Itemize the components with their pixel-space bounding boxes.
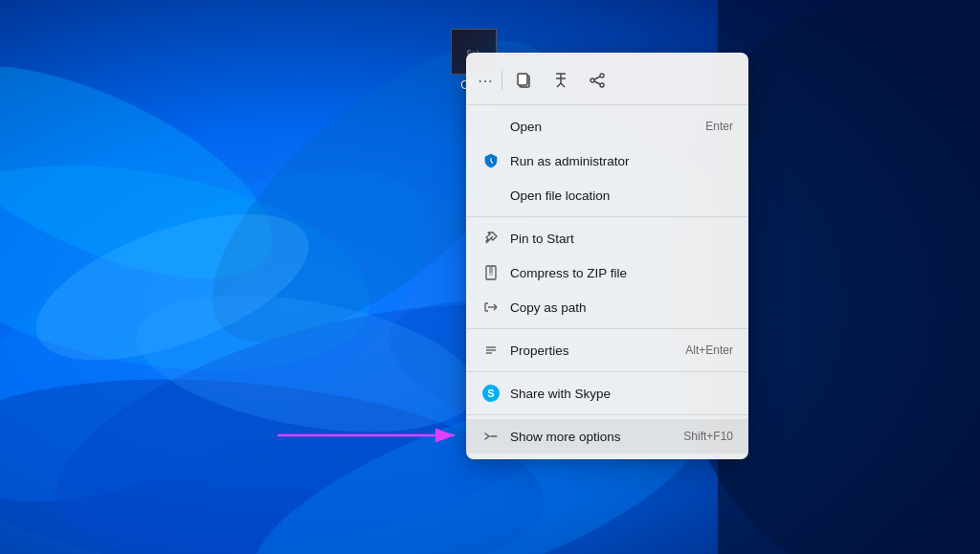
menu-item-pin-to-start-label: Pin to Start: [510, 232, 733, 246]
menu-item-open-file-location[interactable]: Open file location: [466, 178, 748, 212]
svg-line-26: [491, 236, 493, 238]
properties-icon: [481, 341, 501, 360]
more-options-icon: [481, 427, 501, 446]
menu-item-open-file-location-label: Open file location: [510, 188, 733, 203]
menu-item-show-more-options-label: Show more options: [510, 430, 676, 444]
svg-line-43: [485, 436, 489, 439]
context-menu-toolbar: ⋯: [466, 58, 748, 105]
menu-item-properties-label: Properties: [510, 343, 678, 358]
zip-icon: [481, 263, 501, 282]
share-icon: [589, 72, 606, 89]
svg-point-22: [600, 83, 604, 87]
svg-rect-14: [518, 74, 527, 85]
menu-item-share-skype[interactable]: S Share with Skype: [466, 376, 748, 410]
svg-line-23: [594, 77, 600, 79]
menu-item-share-skype-label: Share with Skype: [510, 387, 733, 401]
svg-rect-32: [489, 273, 493, 276]
svg-line-42: [485, 433, 489, 436]
separator-4: [466, 414, 748, 415]
copy-icon: [516, 72, 533, 89]
menu-item-run-as-admin[interactable]: Run as administrator: [466, 144, 748, 178]
menu-item-open-label: Open: [510, 120, 698, 134]
arrow-pointer: [268, 411, 479, 459]
pin-icon: [481, 229, 501, 248]
copy-icon-btn[interactable]: [508, 64, 541, 97]
svg-line-18: [557, 83, 561, 87]
shield-icon: [481, 151, 501, 170]
menu-item-admin-label: Run as administrator: [510, 154, 733, 168]
skype-icon: S: [481, 384, 501, 403]
share-icon-btn[interactable]: [581, 64, 613, 97]
context-menu: ⋯: [466, 53, 748, 459]
toolbar-separator-1: [501, 71, 502, 90]
separator-2: [466, 328, 748, 329]
menu-item-copy-as-path[interactable]: Copy as path: [466, 290, 748, 324]
menu-item-properties[interactable]: Properties Alt+Enter: [466, 333, 748, 367]
menu-item-show-more-options[interactable]: Show more options Shift+F10: [466, 419, 748, 454]
menu-item-compress-zip[interactable]: Compress to ZIP file: [466, 255, 748, 290]
cut-icon-btn[interactable]: [545, 64, 577, 97]
file-location-icon: [481, 186, 501, 205]
menu-item-pin-to-start[interactable]: Pin to Start: [466, 221, 748, 255]
cut-icon: [552, 72, 569, 89]
separator-3: [466, 371, 748, 372]
menu-item-show-more-options-shortcut: Shift+F10: [683, 430, 733, 443]
copy-path-icon: [481, 298, 501, 317]
toolbar-dots-icon: ⋯: [478, 72, 492, 90]
svg-point-20: [600, 74, 604, 78]
svg-point-21: [590, 78, 594, 82]
svg-line-24: [594, 81, 600, 84]
menu-item-open[interactable]: Open Enter: [466, 109, 748, 144]
separator-1: [466, 216, 748, 217]
menu-item-open-shortcut: Enter: [705, 120, 733, 133]
svg-line-19: [561, 83, 565, 87]
menu-item-properties-shortcut: Alt+Enter: [685, 343, 733, 357]
menu-item-compress-zip-label: Compress to ZIP file: [510, 266, 733, 280]
open-icon: [481, 117, 501, 136]
menu-item-copy-as-path-label: Copy as path: [510, 300, 733, 315]
